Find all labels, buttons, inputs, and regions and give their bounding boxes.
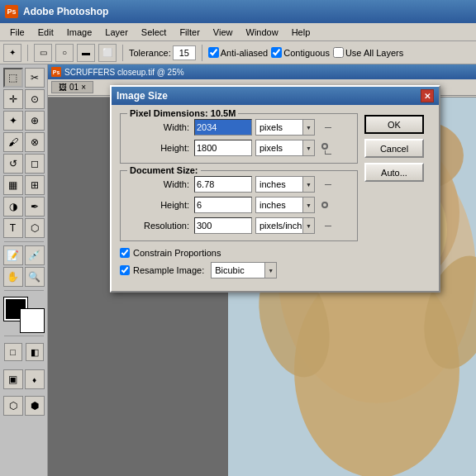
- tool-row-9: 📝 💉: [3, 245, 45, 265]
- pixel-chain-bottom: [318, 142, 331, 155]
- pixel-width-unit-select[interactable]: pixels ▼: [255, 119, 315, 136]
- toolbar-btn-rect[interactable]: ▭: [34, 44, 52, 62]
- menu-image[interactable]: Image: [60, 26, 99, 39]
- use-all-layers-label[interactable]: Use All Layers: [333, 47, 403, 58]
- toolbox-separator-3: [4, 336, 44, 336]
- anti-aliased-label[interactable]: Anti-aliased: [208, 47, 268, 58]
- toolbar-btn-single[interactable]: ▬: [77, 44, 95, 62]
- doc-resolution-row: Resolution: pixels/inch ▼: [127, 217, 350, 234]
- doc-width-unit-select[interactable]: inches ▼: [255, 176, 315, 193]
- anti-aliased-checkbox[interactable]: [208, 47, 219, 58]
- ok-button[interactable]: OK: [364, 115, 424, 134]
- menu-help[interactable]: Help: [285, 26, 317, 39]
- blur-tool[interactable]: ⊞: [25, 175, 45, 195]
- menu-window[interactable]: Window: [240, 26, 285, 39]
- pixel-height-label: Height:: [127, 143, 189, 153]
- selection-tool[interactable]: ⬚: [3, 68, 23, 88]
- tab-icon: 🖼: [59, 83, 67, 92]
- menu-select[interactable]: Select: [135, 26, 174, 39]
- use-all-layers-checkbox[interactable]: [333, 47, 344, 58]
- contiguous-label[interactable]: Contiguous: [271, 47, 330, 58]
- color-swatches: [4, 298, 44, 332]
- menu-file[interactable]: File: [3, 26, 31, 39]
- quickmask-mode[interactable]: ◧: [26, 343, 44, 361]
- tab-close[interactable]: ×: [81, 83, 86, 92]
- document-size-section: Document Size: Width: inches ▼: [120, 170, 358, 241]
- history-tool[interactable]: ↺: [3, 154, 23, 174]
- main-area: ⬚ ✂ ✛ ⊙ ✦ ⊕ 🖌 ⊗ ↺ ◻ ▦ ⊞ ◑ ✒ T ⬡: [0, 64, 476, 476]
- resample-image-label: Resample Image:: [133, 265, 204, 275]
- move-tool[interactable]: ✛: [3, 89, 23, 109]
- path-tool[interactable]: ⬡: [25, 218, 45, 238]
- auto-button[interactable]: Auto...: [364, 163, 424, 182]
- pixel-height-unit-select[interactable]: pixels ▼: [255, 140, 315, 156]
- tool-btn-extra2[interactable]: ⬢: [25, 396, 45, 416]
- tool-btn-extra1[interactable]: ⬡: [3, 396, 23, 416]
- dialog-close-button[interactable]: ✕: [421, 89, 434, 102]
- doc-height-row: Height: inches ▼: [127, 197, 350, 213]
- constrain-proportions-label: Constrain Proportions: [133, 248, 221, 258]
- text-tool[interactable]: T: [3, 218, 23, 238]
- doc-resolution-unit-select[interactable]: pixels/inch ▼: [255, 217, 315, 234]
- cancel-button[interactable]: Cancel: [364, 139, 424, 158]
- pixel-width-input[interactable]: [194, 119, 252, 136]
- resample-method-select[interactable]: Bicubic ▼: [211, 262, 277, 278]
- menu-edit[interactable]: Edit: [31, 26, 60, 39]
- eyedropper-tool[interactable]: 💉: [25, 245, 45, 265]
- heal-tool[interactable]: ⊕: [25, 111, 45, 131]
- toolbar-separator-3: [202, 45, 202, 61]
- doc-resolution-unit-arrow: ▼: [302, 218, 314, 233]
- dodge-tool[interactable]: ◑: [3, 197, 23, 217]
- resample-image-checkbox[interactable]: [120, 265, 130, 275]
- tool-row-6: ▦ ⊞: [3, 175, 45, 195]
- doc-height-unit-select[interactable]: inches ▼: [255, 197, 315, 213]
- menu-view[interactable]: View: [207, 26, 240, 39]
- resample-method-arrow: ▼: [264, 263, 276, 278]
- magic-wand-tool[interactable]: ✦: [3, 44, 21, 62]
- imageready[interactable]: ⬧: [25, 369, 45, 389]
- pixel-width-row: Width: pixels ▼: [127, 119, 350, 136]
- doc-height-input[interactable]: [194, 197, 252, 213]
- stamp-tool[interactable]: ⊗: [25, 132, 45, 152]
- pixel-width-unit-arrow: ▼: [302, 120, 314, 135]
- pixel-height-input[interactable]: [194, 140, 252, 156]
- dialog-right: OK Cancel Auto...: [364, 113, 431, 283]
- menu-layer[interactable]: Layer: [98, 26, 135, 39]
- background-color[interactable]: [21, 309, 44, 332]
- toolbar-separator-2: [122, 45, 123, 61]
- tool-row-10: ✋ 🔍: [3, 267, 45, 287]
- menubar: File Edit Image Layer Select Filter View…: [0, 23, 476, 41]
- contiguous-checkbox[interactable]: [271, 47, 282, 58]
- doc-resolution-select-wrapper: pixels/inch ▼: [255, 217, 315, 234]
- doc-height-select-wrapper: inches ▼: [255, 197, 315, 213]
- app-title: Adobe Photoshop: [23, 6, 108, 17]
- doc-chain-bottom2: [318, 226, 331, 226]
- doc-resolution-input[interactable]: [194, 217, 252, 234]
- pixel-height-select-wrapper: pixels ▼: [255, 140, 315, 156]
- canvas-area: Ps SCRUFFERS closeup.tif @ 25% 🖼 01 × Im…: [48, 64, 476, 476]
- pen-tool[interactable]: ✒: [25, 197, 45, 217]
- brush-tool[interactable]: 🖌: [3, 132, 23, 152]
- gradient-tool[interactable]: ▦: [3, 175, 23, 195]
- hand-tool[interactable]: ✋: [3, 267, 23, 287]
- toolbar-btn-circle[interactable]: ○: [55, 44, 74, 62]
- menu-filter[interactable]: Filter: [173, 26, 206, 39]
- doc-width-input[interactable]: [194, 176, 252, 193]
- pixel-height-unit-arrow: ▼: [302, 140, 314, 155]
- lasso-tool[interactable]: ⊙: [25, 89, 45, 109]
- toolbar-btn-single2[interactable]: ⬜: [98, 44, 117, 62]
- crop-tool[interactable]: ✂: [25, 68, 45, 88]
- zoom-tool[interactable]: 🔍: [25, 267, 45, 287]
- eraser-tool[interactable]: ◻: [25, 154, 45, 174]
- pixel-height-row: Height: pixels ▼: [127, 140, 350, 156]
- doc-height-unit-arrow: ▼: [302, 198, 314, 212]
- magic-wand-tool-tb[interactable]: ✦: [3, 111, 23, 131]
- constrain-proportions-checkbox[interactable]: [120, 248, 130, 258]
- ps-tab[interactable]: 🖼 01 ×: [51, 81, 93, 93]
- doc-resolution-label: Resolution:: [127, 221, 189, 231]
- resample-image-row: Resample Image: Bicubic ▼: [120, 262, 358, 278]
- standard-mode[interactable]: □: [4, 343, 22, 361]
- screen-mode[interactable]: ▣: [3, 369, 23, 389]
- annotation-tool[interactable]: 📝: [3, 245, 23, 265]
- tolerance-input[interactable]: [173, 45, 196, 60]
